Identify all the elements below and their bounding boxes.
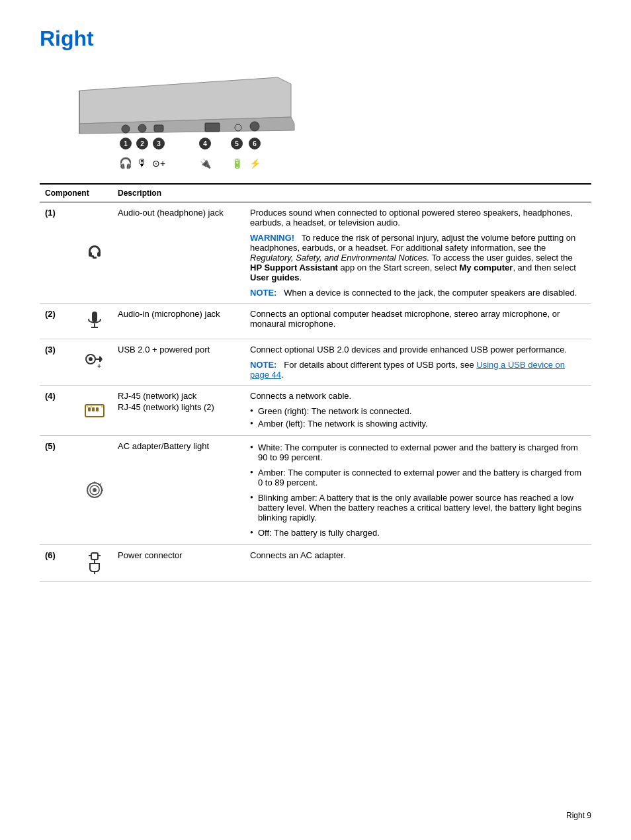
row-icon bbox=[76, 202, 112, 304]
svg-rect-40 bbox=[88, 407, 91, 411]
row-num: (5) bbox=[40, 436, 76, 545]
page-title: Right bbox=[40, 26, 591, 51]
row-description: Produces sound when connected to optiona… bbox=[245, 202, 591, 304]
header-component: Component bbox=[40, 184, 112, 202]
svg-point-5 bbox=[235, 124, 241, 131]
svg-text:1: 1 bbox=[124, 140, 128, 147]
row-icon bbox=[76, 545, 112, 582]
row-component: USB 2.0 + powered port bbox=[112, 339, 245, 386]
svg-text:3: 3 bbox=[157, 140, 161, 147]
row-component: Audio-out (headphone) jack bbox=[112, 202, 245, 304]
svg-text:5: 5 bbox=[235, 140, 239, 147]
row-num: (4) bbox=[40, 386, 76, 436]
svg-rect-43 bbox=[87, 406, 88, 407]
row-icon: + bbox=[76, 339, 112, 386]
svg-rect-28 bbox=[93, 257, 97, 259]
table-row: (5) AC adapter/Battery light White: The … bbox=[40, 436, 591, 545]
svg-rect-41 bbox=[92, 407, 95, 411]
svg-rect-29 bbox=[92, 312, 97, 322]
svg-rect-45 bbox=[101, 406, 103, 407]
row-icon bbox=[76, 386, 112, 436]
row-component: RJ-45 (network) jack RJ-45 (network) lig… bbox=[112, 386, 245, 436]
svg-text:⊙+: ⊙+ bbox=[152, 158, 165, 169]
table-row: (1) Audio-out (headphone) jack Produces … bbox=[40, 202, 591, 304]
header-description: Description bbox=[112, 184, 245, 202]
table-row: (3) + USB 2.0 + powered port Connect opt… bbox=[40, 339, 591, 386]
table-row: (2) Audio-in (microphone) jack Connects … bbox=[40, 304, 591, 339]
svg-rect-42 bbox=[96, 407, 99, 411]
svg-text:6: 6 bbox=[253, 140, 257, 147]
page-footer: Right 9 bbox=[566, 811, 591, 820]
svg-point-6 bbox=[250, 122, 259, 131]
svg-line-50 bbox=[100, 483, 101, 485]
svg-text:🔋: 🔋 bbox=[231, 158, 243, 169]
svg-text:2: 2 bbox=[140, 140, 144, 147]
svg-text:🔌: 🔌 bbox=[200, 158, 212, 169]
svg-rect-52 bbox=[91, 553, 98, 560]
laptop-diagram: 1 2 3 4 5 6 🎧 🎙 ⊙+ 🔌 🔋 bbox=[53, 64, 304, 170]
svg-point-2 bbox=[138, 124, 146, 132]
row-icon bbox=[76, 304, 112, 339]
row-description: Connect optional USB 2.0 devices and pro… bbox=[245, 339, 591, 386]
row-component: Power connector bbox=[112, 545, 245, 582]
row-num: (6) bbox=[40, 545, 76, 582]
svg-text:🎙: 🎙 bbox=[137, 157, 147, 169]
table-row: (6) Power connector Connects an AC adapt… bbox=[40, 545, 591, 582]
row-num: (2) bbox=[40, 304, 76, 339]
row-icon bbox=[76, 436, 112, 545]
components-table: Component Description (1) Audio-out (hea… bbox=[40, 183, 591, 582]
row-num: (3) bbox=[40, 339, 76, 386]
row-description: Connects an optional computer headset mi… bbox=[245, 304, 591, 339]
svg-rect-26 bbox=[97, 252, 101, 257]
svg-text:🎧: 🎧 bbox=[119, 157, 132, 169]
row-num: (1) bbox=[40, 202, 76, 304]
svg-rect-44 bbox=[91, 406, 92, 407]
row-description: Connects an AC adapter. bbox=[245, 545, 591, 582]
table-row: (4) RJ-45 (network) jack RJ-45 (network)… bbox=[40, 386, 591, 436]
svg-rect-3 bbox=[154, 125, 163, 132]
svg-point-48 bbox=[93, 488, 97, 492]
row-component: Audio-in (microphone) jack bbox=[112, 304, 245, 339]
row-description: White: The computer is connected to exte… bbox=[245, 436, 591, 545]
svg-rect-4 bbox=[205, 123, 220, 132]
svg-point-1 bbox=[122, 125, 130, 133]
svg-text:4: 4 bbox=[203, 140, 207, 147]
svg-text:+: + bbox=[97, 362, 101, 370]
row-component: AC adapter/Battery light bbox=[112, 436, 245, 545]
svg-text:⚡: ⚡ bbox=[249, 158, 261, 169]
row-description: Connects a network cable. Green (right):… bbox=[245, 386, 591, 436]
svg-point-33 bbox=[89, 357, 93, 361]
usb-link[interactable]: Using a USB device on page 44 bbox=[250, 360, 565, 380]
